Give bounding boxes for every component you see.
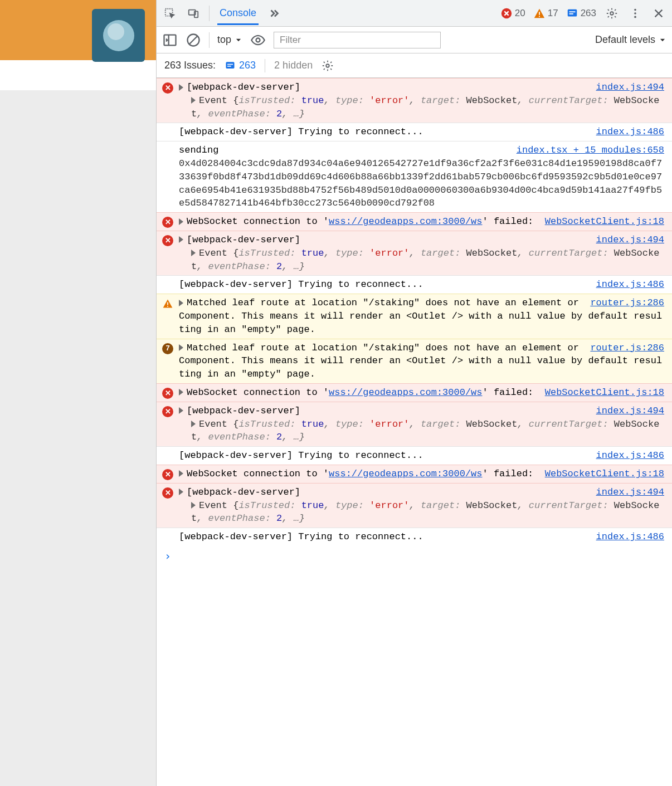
issues-count[interactable]: 263 [566, 7, 596, 19]
source-link[interactable]: index.js:494 [596, 404, 664, 418]
console-row-error[interactable]: ✕ WebSocketClient.js:18 WebSocket connec… [157, 383, 672, 402]
console-row-warning[interactable]: router.js:286 Matched leaf route at loca… [157, 294, 672, 338]
close-devtools-icon[interactable] [651, 6, 666, 21]
console-row-info[interactable]: index.js:486 [webpack-dev-server] Trying… [157, 275, 672, 294]
console-row-error[interactable]: ✕ index.js:494 [webpack-dev-server] Even… [157, 78, 672, 123]
clear-console-icon[interactable] [186, 32, 201, 48]
error-icon: ✕ [162, 235, 173, 246]
source-link[interactable]: index.js:494 [596, 233, 664, 247]
object-preview[interactable]: Event {isTrusted: true, type: 'error', t… [179, 94, 664, 121]
app-header-bar [0, 0, 156, 60]
console-row-info[interactable]: index.tsx + 15 modules:658 sending 0x4d0… [157, 141, 672, 212]
source-link[interactable]: index.js:486 [596, 530, 664, 544]
console-row-info[interactable]: index.js:486 [webpack-dev-server] Trying… [157, 528, 672, 546]
console-row-error[interactable]: ✕ WebSocketClient.js:18 WebSocket connec… [157, 212, 672, 231]
expand-icon[interactable] [191, 502, 196, 509]
console-row-warning-repeat[interactable]: 7 router.js:286 Matched leaf route at lo… [157, 339, 672, 383]
toggle-sidebar-icon[interactable] [162, 32, 178, 48]
expand-icon[interactable] [179, 470, 183, 477]
issues-settings-icon[interactable] [322, 60, 334, 72]
expand-icon[interactable] [179, 236, 183, 243]
source-link[interactable]: WebSocketClient.js:18 [545, 467, 664, 481]
svg-point-21 [326, 64, 329, 67]
svg-point-9 [610, 12, 613, 15]
console-row-error[interactable]: ✕ index.js:494 [webpack-dev-server] Even… [157, 231, 672, 275]
svg-rect-22 [167, 302, 168, 305]
expand-icon[interactable] [191, 250, 196, 256]
message-text: WebSocket connection to ' [187, 387, 329, 398]
message-text: ' failed: [483, 387, 534, 398]
source-link[interactable]: router.js:286 [590, 341, 664, 355]
device-toggle-icon[interactable] [186, 6, 201, 21]
tab-console[interactable]: Console [217, 2, 259, 25]
expand-icon[interactable] [179, 344, 183, 351]
source-link[interactable]: index.js:494 [596, 486, 664, 499]
app-body-area [0, 90, 156, 786]
console-row-error[interactable]: ✕ index.js:494 [webpack-dev-server] Even… [157, 483, 672, 528]
expand-icon[interactable] [179, 218, 183, 225]
error-count[interactable]: 20 [500, 7, 525, 19]
error-icon: ✕ [162, 406, 173, 417]
filter-input[interactable] [274, 32, 441, 48]
message-text: ' failed: [483, 216, 534, 227]
source-link[interactable]: index.tsx + 15 modules:658 [517, 144, 664, 157]
devtools-tabbar: Console 20 17 263 [157, 0, 672, 27]
message-text: [webpack-dev-server] [187, 487, 300, 497]
url-link[interactable]: wss://geodeapps.com:3000/ws [329, 468, 482, 479]
error-icon: ✕ [162, 217, 173, 228]
object-preview[interactable]: Event {isTrusted: true, type: 'error', t… [179, 247, 664, 274]
message-text: sending [179, 145, 218, 155]
warning-count[interactable]: 17 [533, 7, 558, 19]
issues-link[interactable]: 263 [225, 60, 256, 71]
source-link[interactable]: WebSocketClient.js:18 [545, 386, 664, 399]
message-text: WebSocket connection to ' [187, 216, 329, 227]
svg-point-17 [256, 38, 260, 42]
log-levels-selector[interactable]: Default levels [595, 34, 666, 46]
expand-icon[interactable] [179, 389, 183, 396]
expand-icon[interactable] [179, 84, 183, 91]
message-text: [webpack-dev-server] Trying to reconnect… [179, 126, 423, 137]
devtools-panel: Console 20 17 263 [156, 0, 672, 786]
source-link[interactable]: index.js:486 [596, 449, 664, 462]
error-icon: ✕ [162, 469, 173, 480]
source-link[interactable]: router.js:286 [590, 296, 664, 310]
svg-point-12 [634, 16, 636, 18]
console-prompt[interactable]: › [157, 546, 672, 566]
expand-icon[interactable] [191, 421, 196, 427]
console-log-area[interactable]: ✕ index.js:494 [webpack-dev-server] Even… [157, 78, 672, 786]
expand-icon[interactable] [191, 97, 196, 104]
svg-rect-13 [164, 35, 176, 45]
message-text: [webpack-dev-server] Trying to reconnect… [179, 531, 423, 542]
source-link[interactable]: WebSocketClient.js:18 [545, 215, 664, 228]
console-row-info[interactable]: index.js:486 [webpack-dev-server] Trying… [157, 123, 672, 141]
more-tabs-icon[interactable] [266, 6, 282, 21]
kebab-menu-icon[interactable] [627, 6, 643, 21]
console-row-error[interactable]: ✕ WebSocketClient.js:18 WebSocket connec… [157, 465, 672, 483]
avatar-icon [103, 20, 134, 51]
url-link[interactable]: wss://geodeapps.com:3000/ws [329, 387, 482, 398]
source-link[interactable]: index.js:486 [596, 278, 664, 291]
avatar[interactable] [92, 9, 145, 62]
expand-icon[interactable] [179, 300, 183, 306]
object-preview[interactable]: Event {isTrusted: true, type: 'error', t… [179, 418, 664, 445]
console-filter-bar: top Default levels [157, 27, 672, 53]
expand-icon[interactable] [179, 407, 183, 414]
message-text: 0x4d0284004c3cdc9da87d934c04a6e940126542… [179, 158, 662, 208]
hidden-issues-label[interactable]: 2 hidden [274, 60, 313, 71]
url-link[interactable]: wss://geodeapps.com:3000/ws [329, 216, 482, 227]
object-preview[interactable]: Event {isTrusted: true, type: 'error', t… [179, 499, 664, 526]
expand-icon[interactable] [179, 489, 183, 495]
svg-point-11 [634, 12, 636, 14]
console-row-info[interactable]: index.js:486 [webpack-dev-server] Trying… [157, 446, 672, 465]
message-text: ' failed: [483, 468, 534, 479]
context-selector[interactable]: top [217, 34, 242, 46]
settings-icon[interactable] [604, 6, 620, 21]
source-link[interactable]: index.js:486 [596, 125, 664, 139]
message-text: Matched leaf route at location "/staking… [179, 343, 662, 380]
console-row-error[interactable]: ✕ index.js:494 [webpack-dev-server] Even… [157, 402, 672, 446]
live-expression-icon[interactable] [250, 32, 266, 48]
source-link[interactable]: index.js:494 [596, 81, 664, 94]
message-text: [webpack-dev-server] [187, 82, 300, 92]
app-left-pane [0, 0, 156, 786]
inspect-icon[interactable] [162, 6, 178, 21]
